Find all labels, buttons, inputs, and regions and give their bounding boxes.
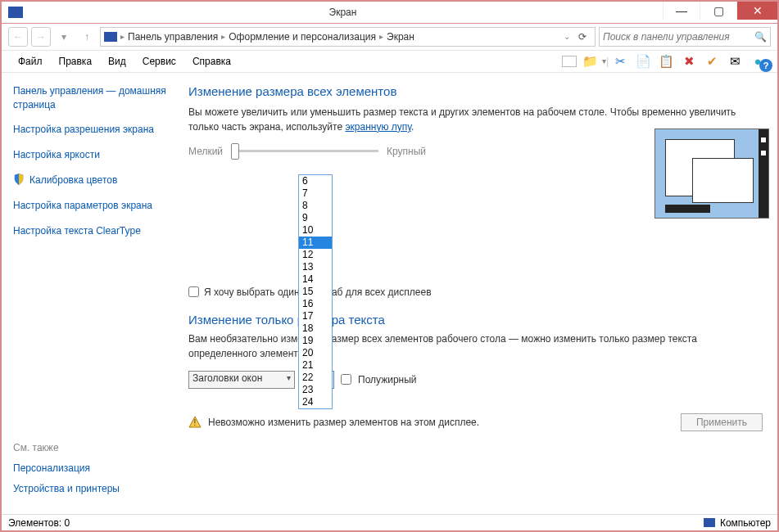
menubar: Файл Правка Вид Сервис Справка 📁 ▾ | ✂ 📄… [2,51,777,73]
recent-dropdown[interactable]: ▾ [54,27,74,47]
address-bar[interactable]: ▸ Панель управления ▸ Оформление и персо… [100,27,596,47]
element-select[interactable]: Заголовки окон [188,371,295,389]
size-option[interactable]: 22 [299,372,332,384]
paste-icon[interactable]: 📋 [657,52,675,70]
apply-button[interactable]: Применить [681,413,763,431]
menu-view[interactable]: Вид [100,52,134,70]
size-dropdown[interactable]: 6789101112131415161718192021222324 [298,174,333,409]
heading-text-only: Изменение только размера текста [188,313,763,327]
forward-button[interactable]: → [31,27,51,47]
see-also-heading: См. также [13,442,174,453]
check-icon[interactable]: ✔ [703,52,721,70]
size-option[interactable]: 10 [299,224,332,237]
search-input[interactable] [603,31,754,43]
main-content: Изменение размера всех элементов Вы може… [174,73,777,514]
app-icon [8,7,23,18]
sidebar-devices-link[interactable]: Устройства и принтеры [13,482,174,496]
status-elements: Элементов: 0 [8,517,70,529]
status-computer: Компьютер [720,517,771,529]
delete-icon[interactable]: ✖ [680,52,698,70]
sidebar-params-link[interactable]: Настройка параметров экрана [13,199,174,213]
warning-icon: ! [188,416,202,429]
refresh-button[interactable]: ⟳ [573,28,591,46]
svg-text:!: ! [194,418,197,427]
slider-small-label: Мелкий [188,146,223,157]
menu-file[interactable]: Файл [10,52,51,70]
up-button[interactable]: ↑ [77,27,97,47]
one-scale-row: Я хочу выбрать один масштаб для всех дис… [188,286,763,298]
menu-tools[interactable]: Сервис [134,52,184,70]
sidebar-cleartype-link[interactable]: Настройка текста ClearType [13,224,174,238]
size-option[interactable]: 15 [299,286,332,298]
display-icon [104,32,117,42]
breadcrumb[interactable]: Оформление и персонализация [229,31,376,43]
sidebar: Панель управления — домашняя страница На… [2,73,174,514]
description2: Вам необязательно изменять размер всех э… [188,331,763,361]
computer-icon [704,518,715,527]
warning-text: Невозможно изменить размер элементов на … [208,417,479,428]
size-option[interactable]: 9 [299,212,332,224]
element-select-value: Заголовки окон [192,372,262,384]
bold-label: Полужирный [358,374,417,385]
one-scale-checkbox[interactable] [188,286,199,297]
bold-checkbox[interactable] [341,374,351,385]
minimize-button[interactable]: — [663,2,700,20]
folder-icon[interactable]: 📁 [582,52,600,70]
preview-monitor [654,128,769,219]
status-bar: Элементов: 0 Компьютер [2,514,777,530]
size-option[interactable]: 23 [299,384,332,396]
size-option[interactable]: 8 [299,200,332,212]
help-icon[interactable]: ? [759,59,772,72]
magnifier-link[interactable]: экранную лупу [345,121,411,133]
sidebar-brightness-link[interactable]: Настройка яркости [13,148,174,162]
copy-icon[interactable]: 📄 [634,52,652,70]
sidebar-personalize-link[interactable]: Персонализация [13,462,174,476]
cut-icon[interactable]: ✂ [611,52,629,70]
back-button[interactable]: ← [8,27,28,47]
size-option[interactable]: 12 [299,249,332,261]
size-option[interactable]: 18 [299,322,332,335]
shield-icon [13,174,25,185]
desc-text-end: . [411,121,414,133]
chevron-icon: ▸ [120,32,125,41]
heading-resize-all: Изменение размера всех элементов [188,84,763,98]
slider-thumb[interactable] [231,143,239,160]
scale-slider[interactable] [231,150,378,152]
window-title: Экран [23,7,663,18]
chevron-icon: ▸ [379,32,383,41]
size-option[interactable]: 21 [299,359,332,372]
size-option[interactable]: 7 [299,187,332,200]
size-option[interactable]: 6 [299,175,332,187]
sidebar-calibration-link[interactable]: Калибровка цветов [13,174,174,187]
menu-edit[interactable]: Правка [51,52,101,70]
maximize-button[interactable]: ▢ [700,2,736,20]
sidebar-resolution-link[interactable]: Настройка разрешения экрана [13,123,174,137]
search-icon[interactable]: 🔍 [754,31,767,43]
size-option[interactable]: 13 [299,261,332,273]
navbar: ← → ▾ ↑ ▸ Панель управления ▸ Оформление… [2,24,777,51]
breadcrumb[interactable]: Панель управления [128,31,218,43]
sidebar-home-link[interactable]: Панель управления — домашняя страница [13,84,174,112]
size-option[interactable]: 16 [299,298,332,310]
chevron-icon: ▸ [221,32,225,41]
mail-icon[interactable]: ✉ [726,52,744,70]
size-option[interactable]: 20 [299,347,332,359]
chevron-down-icon[interactable]: ⌄ [564,32,570,41]
search-box[interactable]: 🔍 [599,27,771,47]
breadcrumb[interactable]: Экран [387,31,414,43]
size-option[interactable]: 14 [299,273,332,286]
titlebar: Экран — ▢ ✕ [2,2,777,24]
size-option[interactable]: 17 [299,310,332,322]
size-option[interactable]: 24 [299,396,332,408]
slider-large-label: Крупный [387,146,426,157]
size-option[interactable]: 19 [299,335,332,347]
sidebar-item-label: Калибровка цветов [29,174,117,187]
layout-icon[interactable] [562,56,577,67]
menu-help[interactable]: Справка [184,52,239,70]
close-button[interactable]: ✕ [736,2,777,20]
size-option[interactable]: 11 [299,237,332,249]
